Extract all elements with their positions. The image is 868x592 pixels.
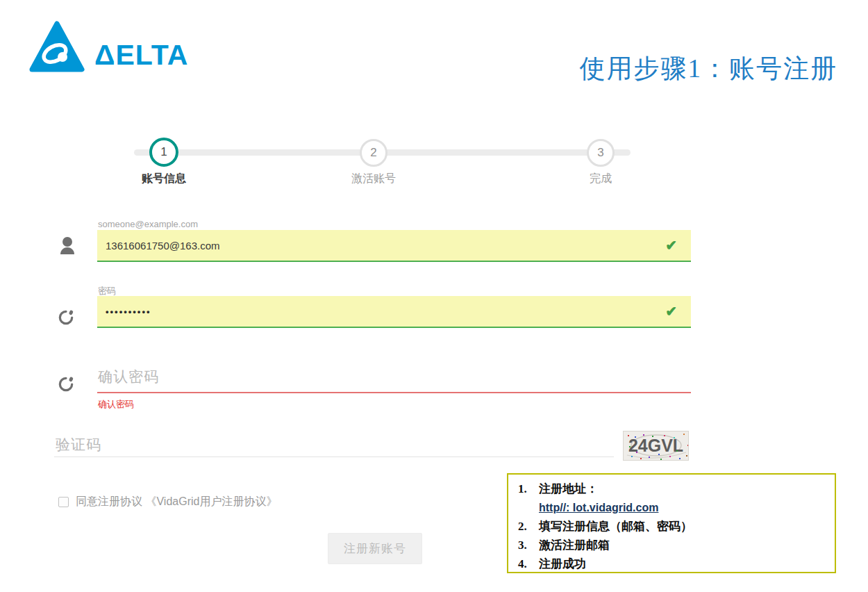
note-item-4-num: 4. xyxy=(518,554,539,573)
instructions-note: 1. 注册地址： http//: Iot.vidagrid.com 2. 填写注… xyxy=(507,473,836,573)
email-hint-label: someone@example.com xyxy=(98,219,198,229)
confirm-password-placeholder: 确认密码 xyxy=(98,368,159,384)
step-3-circle: 3 xyxy=(587,139,615,167)
email-value: 13616061750@163.com xyxy=(106,240,220,252)
captcha-noise-dots xyxy=(628,435,629,436)
note-item-1: 1. 注册地址： xyxy=(518,479,828,498)
register-button[interactable]: 注册新账号 xyxy=(328,533,422,564)
note-item-1-num: 1. xyxy=(518,479,539,498)
delta-wordmark: ΔELTA xyxy=(94,41,188,69)
note-item-3: 3. 激活注册邮箱 xyxy=(518,536,828,554)
note-item-2-num: 2. xyxy=(518,517,539,536)
captcha-input[interactable]: 验证码 xyxy=(56,435,101,454)
delta-triangle-icon xyxy=(29,21,85,72)
step-2-label: 激活账号 xyxy=(318,172,429,186)
password-field[interactable]: •••••••••• ✔ xyxy=(97,296,691,328)
captcha-image[interactable]: 24GVL xyxy=(623,431,689,461)
note-item-4-text: 注册成功 xyxy=(539,554,586,573)
page-title: 使用步骤1：账号注册 xyxy=(580,51,838,86)
note-item-3-num: 3. xyxy=(518,536,539,554)
step-2-number: 2 xyxy=(370,146,376,160)
step-1-circle: 1 xyxy=(149,138,178,167)
captcha-underline xyxy=(54,457,614,457)
agreement-checkbox[interactable] xyxy=(58,497,69,507)
step-1-label: 账号信息 xyxy=(108,172,219,186)
password-valid-check-icon: ✔ xyxy=(665,303,677,320)
email-valid-check-icon: ✔ xyxy=(665,237,677,254)
note-item-link: http//: Iot.vidagrid.com xyxy=(518,498,828,517)
step-2-circle: 2 xyxy=(360,139,387,167)
email-field[interactable]: 13616061750@163.com ✔ xyxy=(97,230,691,262)
confirm-password-error: 确认密码 xyxy=(98,398,134,411)
user-icon xyxy=(58,236,76,256)
note-item-4: 4. 注册成功 xyxy=(518,554,828,573)
captcha-text: 24GVL xyxy=(628,436,683,456)
password-masked-value: •••••••••• xyxy=(106,306,151,317)
confirm-password-underline xyxy=(97,392,691,393)
password-icon xyxy=(57,309,75,327)
step-3-label: 完成 xyxy=(545,172,656,186)
note-item-1-text: 注册地址： xyxy=(539,479,598,498)
agreement-label[interactable]: 同意注册协议 《VidaGrid用户注册协议》 xyxy=(76,495,277,509)
confirm-password-icon xyxy=(57,375,75,393)
note-item-3-text: 激活注册邮箱 xyxy=(539,536,610,554)
slide: ΔELTA 使用步骤1：账号注册 1 2 3 账号信息 激活账号 完成 some… xyxy=(0,0,868,592)
note-item-2-text: 填写注册信息（邮箱、密码） xyxy=(539,517,692,536)
registration-url-link[interactable]: http//: Iot.vidagrid.com xyxy=(539,498,658,517)
confirm-password-field[interactable]: 确认密码 xyxy=(98,367,159,386)
note-item-2: 2. 填写注册信息（邮箱、密码） xyxy=(518,517,828,536)
delta-logo: ΔELTA xyxy=(29,21,188,72)
step-1-number: 1 xyxy=(160,145,167,159)
step-3-number: 3 xyxy=(597,146,603,160)
agreement-row: 同意注册协议 《VidaGrid用户注册协议》 xyxy=(58,495,277,509)
captcha-placeholder: 验证码 xyxy=(56,436,101,452)
